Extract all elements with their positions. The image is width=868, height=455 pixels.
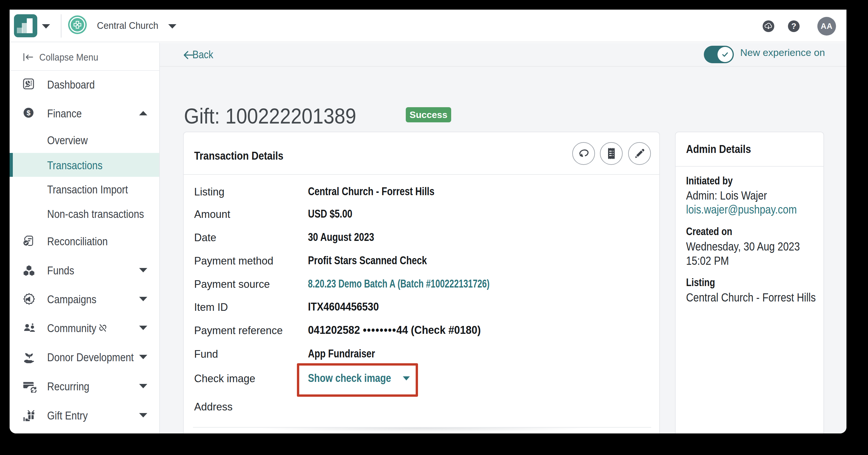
svg-text:$: $	[27, 109, 31, 117]
